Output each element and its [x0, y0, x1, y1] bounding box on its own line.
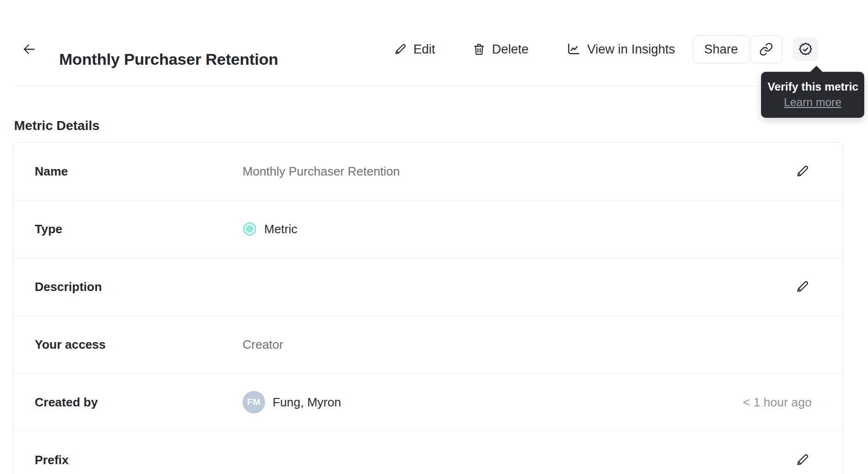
trash-icon [472, 42, 486, 56]
detail-row-type: Type Metric [14, 200, 843, 258]
description-label: Description [35, 280, 243, 294]
created-by-label: Created by [35, 395, 243, 410]
page-title: Monthly Purchaser Retention [59, 50, 278, 69]
edit-button[interactable]: Edit [393, 42, 435, 57]
back-button[interactable] [21, 41, 38, 58]
created-by-value: Fung, Myron [273, 395, 341, 410]
prefix-label: Prefix [35, 453, 243, 467]
type-value: Metric [264, 222, 297, 237]
edit-prefix-button[interactable] [793, 451, 812, 469]
line-chart-icon [565, 41, 581, 57]
pencil-icon [795, 452, 810, 467]
created-timestamp: < 1 hour ago [743, 395, 812, 410]
view-in-insights-button[interactable]: View in Insights [565, 41, 675, 57]
type-label: Type [35, 222, 243, 237]
edit-description-button[interactable] [793, 277, 812, 296]
detail-row-description: Description [14, 258, 843, 316]
learn-more-link[interactable]: Learn more [784, 95, 842, 109]
detail-row-your-access: Your access Creator [14, 316, 843, 374]
metric-details-card: Name Monthly Purchaser Retention Type [13, 142, 843, 474]
edit-label: Edit [413, 42, 435, 57]
pencil-icon [795, 164, 810, 179]
pencil-icon [795, 279, 810, 294]
back-arrow-icon [21, 41, 37, 57]
verify-tooltip: Verify this metric Learn more [761, 72, 864, 118]
edit-name-button[interactable] [793, 162, 812, 181]
delete-button[interactable]: Delete [472, 42, 529, 57]
view-in-insights-label: View in Insights [587, 42, 675, 57]
section-title: Metric Details [14, 118, 99, 133]
copy-link-button[interactable] [751, 35, 782, 63]
detail-row-created-by: Created by FM Fung, Myron < 1 hour ago [14, 374, 843, 431]
verify-badge-icon [798, 41, 814, 57]
share-button[interactable]: Share [693, 35, 749, 63]
name-label: Name [35, 164, 243, 179]
verify-metric-button[interactable] [793, 38, 818, 61]
metric-hexagon-icon [243, 222, 257, 237]
detail-row-prefix: Prefix [14, 431, 843, 474]
avatar: FM [243, 391, 265, 413]
your-access-value: Creator [243, 337, 812, 352]
pencil-icon [393, 42, 407, 56]
toolbar: Edit Delete View in Insights Share [393, 35, 818, 63]
link-icon [759, 42, 773, 56]
share-label: Share [704, 42, 738, 57]
delete-label: Delete [492, 42, 529, 57]
verify-tooltip-title: Verify this metric [768, 80, 858, 94]
detail-row-name: Name Monthly Purchaser Retention [14, 143, 843, 200]
name-value: Monthly Purchaser Retention [243, 164, 793, 179]
header-divider [13, 86, 868, 86]
your-access-label: Your access [35, 337, 243, 352]
